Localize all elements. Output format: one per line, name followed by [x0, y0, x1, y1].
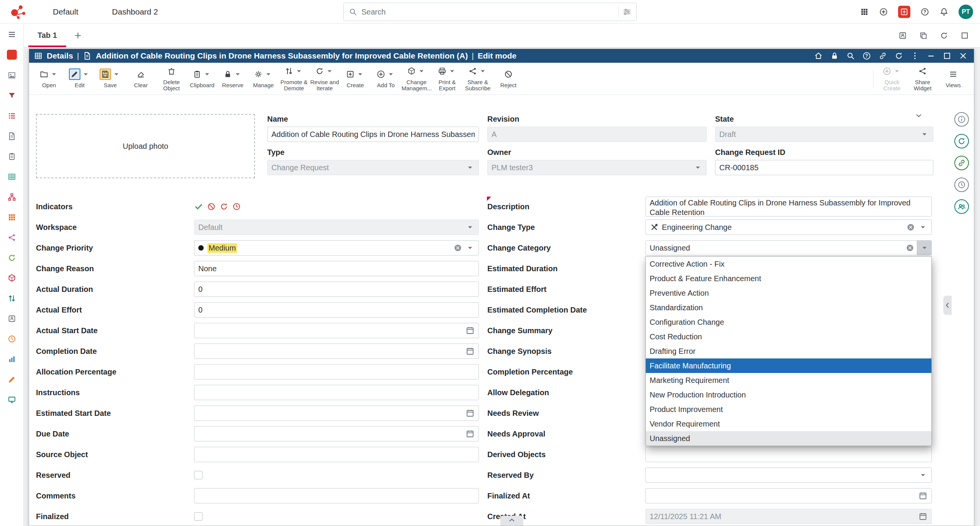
chevron-down-icon[interactable] [918, 471, 928, 480]
app-logo[interactable] [7, 3, 28, 20]
sidebar-filter-icon[interactable] [7, 91, 16, 100]
dropdown-option[interactable]: Marketing Requirement [646, 373, 931, 388]
sidebar-image-icon[interactable] [7, 71, 16, 80]
open-dropdown-button[interactable] [917, 241, 931, 255]
notifications-bell-icon[interactable] [939, 7, 949, 16]
main-menu-icon[interactable] [7, 30, 16, 39]
calendar-icon[interactable] [466, 409, 475, 418]
upload-photo-dropzone[interactable]: Upload photo [36, 114, 255, 178]
source-object-field[interactable] [194, 447, 479, 462]
add-new-icon[interactable] [879, 7, 888, 16]
sidebar-monitor-icon[interactable] [7, 395, 16, 404]
dropdown-option[interactable]: Preventive Action [646, 286, 931, 300]
clipboard-button[interactable]: Clipboard [187, 63, 217, 94]
reserved-checkbox[interactable] [194, 471, 203, 479]
sidebar-list-icon[interactable] [7, 111, 16, 121]
sidebar-edit-icon[interactable] [7, 375, 16, 384]
close-window-icon[interactable] [959, 51, 968, 60]
delete-object-button[interactable]: Delete Object [156, 63, 187, 94]
promote-demote-button[interactable]: Promote & Demote [279, 63, 309, 94]
global-search[interactable] [343, 3, 637, 21]
estimated-start-date-field[interactable] [194, 405, 479, 421]
sidebar-history-icon[interactable] [7, 334, 16, 344]
search-input[interactable] [361, 8, 614, 16]
copy-link-icon[interactable] [878, 51, 887, 60]
name-input[interactable] [271, 130, 475, 139]
change-request-id-input[interactable] [719, 163, 929, 172]
change-reason-field[interactable]: None [194, 261, 479, 276]
views-button[interactable]: Views [938, 63, 969, 94]
workspace-select[interactable]: Default [194, 220, 479, 235]
clear-value-icon[interactable] [905, 243, 915, 252]
sidebar-chart-icon[interactable] [7, 355, 16, 364]
maximize-window-icon[interactable] [942, 51, 952, 60]
home-icon[interactable] [814, 51, 823, 60]
add-to-button[interactable]: Add To [371, 63, 401, 94]
share-subscribe-button[interactable]: Share & Subscribe [462, 63, 493, 94]
history-rail-icon[interactable] [954, 178, 969, 192]
window-refresh-icon[interactable] [894, 51, 903, 60]
calendar-icon[interactable] [918, 491, 928, 500]
search-filters-icon[interactable] [622, 7, 632, 16]
dropdown-option[interactable]: Drafting Error [646, 344, 931, 358]
instructions-field[interactable] [194, 385, 479, 400]
dropdown-option-highlighted[interactable]: Facilitate Manufacturing [646, 358, 931, 373]
lock-icon[interactable] [830, 51, 839, 60]
tab-1[interactable]: Tab 1 [24, 24, 71, 47]
nav-default[interactable]: Default [53, 7, 78, 16]
duplicate-window-icon[interactable] [919, 31, 928, 40]
sidebar-workflow-icon[interactable] [7, 253, 16, 262]
sidebar-table-icon[interactable] [7, 172, 16, 181]
user-avatar[interactable]: PT [959, 5, 973, 19]
change-management-button[interactable]: Change Managem... [401, 63, 432, 94]
dropdown-option[interactable]: Configuration Change [646, 315, 931, 329]
actual-duration-field[interactable]: 0 [194, 282, 479, 297]
link-rail-icon[interactable] [954, 156, 969, 170]
change-request-id-field[interactable] [715, 160, 933, 175]
help-icon[interactable] [920, 7, 929, 16]
edit-button[interactable]: Edit [64, 63, 95, 94]
change-category-field[interactable]: Unassigned [645, 240, 932, 256]
sync-rail-icon[interactable] [954, 134, 969, 148]
sidebar-package-icon[interactable] [7, 274, 16, 283]
sidebar-hierarchy-icon[interactable] [7, 192, 16, 202]
scroll-up-pill[interactable] [500, 516, 523, 526]
collapse-summary-chevron-icon[interactable] [914, 111, 923, 120]
finalized-at-field[interactable] [645, 488, 932, 503]
name-field[interactable] [267, 127, 479, 142]
window-help-icon[interactable] [862, 51, 871, 60]
manage-button[interactable]: Manage [248, 63, 279, 94]
finalized-checkbox[interactable] [194, 512, 203, 521]
owner-select[interactable]: PLM tester3 [487, 160, 707, 175]
sidebar-grid-icon[interactable] [7, 213, 16, 222]
calendar-icon[interactable] [466, 347, 475, 356]
search-in-window-icon[interactable] [846, 51, 855, 60]
save-button[interactable]: Save [95, 63, 126, 94]
comments-field[interactable] [194, 488, 479, 503]
sidebar-form-icon[interactable] [7, 314, 16, 323]
profile-badge-icon[interactable] [898, 31, 907, 40]
nav-dashboard-2[interactable]: Dashboard 2 [112, 7, 158, 16]
more-options-kebab-icon[interactable] [910, 51, 920, 60]
add-tab-button[interactable]: + [75, 30, 82, 41]
refresh-dashboard-icon[interactable] [939, 31, 949, 40]
print-export-button[interactable]: Print & Export [432, 63, 462, 94]
quick-create-button[interactable]: Quick Create [877, 63, 907, 94]
change-type-field[interactable]: Engineering Change [645, 220, 932, 235]
due-date-field[interactable] [194, 426, 479, 441]
create-button[interactable]: Create [340, 63, 371, 94]
calendar-icon[interactable] [466, 326, 475, 335]
completion-date-field[interactable] [194, 344, 479, 359]
clear-value-icon[interactable] [453, 243, 462, 252]
clear-value-icon[interactable] [906, 223, 915, 232]
people-rail-icon[interactable] [954, 199, 969, 214]
sidebar-merge-icon[interactable] [7, 294, 16, 303]
dropdown-option[interactable]: Product Improvement [646, 402, 931, 417]
change-priority-field[interactable]: Medium [194, 240, 479, 256]
clear-button[interactable]: Clear [126, 63, 156, 94]
info-rail-icon[interactable] [954, 112, 969, 127]
chevron-down-icon[interactable] [918, 223, 928, 232]
dropdown-option-current[interactable]: Unassigned [646, 431, 931, 446]
collapse-panel-tab[interactable] [943, 296, 952, 315]
allocation-percentage-field[interactable] [194, 364, 479, 379]
